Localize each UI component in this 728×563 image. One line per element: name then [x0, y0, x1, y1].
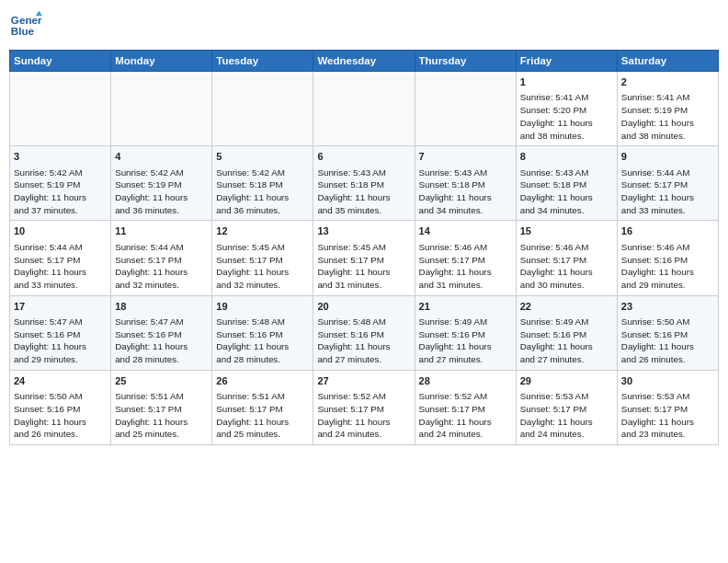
calendar-cell: 15Sunrise: 5:46 AM Sunset: 5:17 PM Dayli… [516, 221, 617, 295]
calendar-cell: 12Sunrise: 5:45 AM Sunset: 5:17 PM Dayli… [212, 221, 313, 295]
day-number: 4 [115, 150, 208, 164]
calendar-cell [212, 72, 313, 146]
calendar-cell: 19Sunrise: 5:48 AM Sunset: 5:16 PM Dayli… [212, 295, 313, 370]
calendar-cell: 16Sunrise: 5:46 AM Sunset: 5:16 PM Dayli… [617, 221, 718, 295]
day-info: Sunrise: 5:51 AM Sunset: 5:17 PM Dayligh… [115, 390, 208, 441]
day-info: Sunrise: 5:45 AM Sunset: 5:17 PM Dayligh… [317, 241, 410, 292]
weekday-header-monday: Monday [111, 51, 212, 72]
calendar-body: 1Sunrise: 5:41 AM Sunset: 5:20 PM Daylig… [10, 72, 719, 445]
day-number: 17 [14, 300, 107, 314]
calendar-cell: 8Sunrise: 5:43 AM Sunset: 5:18 PM Daylig… [516, 146, 617, 221]
day-number: 2 [621, 75, 714, 89]
day-info: Sunrise: 5:48 AM Sunset: 5:16 PM Dayligh… [317, 316, 410, 366]
weekday-header-saturday: Saturday [617, 51, 718, 72]
day-info: Sunrise: 5:43 AM Sunset: 5:18 PM Dayligh… [317, 167, 410, 217]
calendar-cell: 9Sunrise: 5:44 AM Sunset: 5:17 PM Daylig… [617, 146, 718, 221]
day-info: Sunrise: 5:42 AM Sunset: 5:18 PM Dayligh… [216, 167, 309, 217]
calendar-cell: 23Sunrise: 5:50 AM Sunset: 5:16 PM Dayli… [617, 295, 718, 370]
day-info: Sunrise: 5:52 AM Sunset: 5:17 PM Dayligh… [419, 390, 512, 441]
day-info: Sunrise: 5:46 AM Sunset: 5:17 PM Dayligh… [419, 241, 512, 292]
day-number: 26 [216, 374, 309, 388]
day-info: Sunrise: 5:41 AM Sunset: 5:20 PM Dayligh… [520, 91, 613, 142]
calendar-cell: 22Sunrise: 5:49 AM Sunset: 5:16 PM Dayli… [516, 295, 617, 370]
weekday-header-wednesday: Wednesday [313, 51, 415, 72]
calendar-cell: 4Sunrise: 5:42 AM Sunset: 5:19 PM Daylig… [111, 146, 212, 221]
day-info: Sunrise: 5:46 AM Sunset: 5:17 PM Dayligh… [520, 241, 613, 292]
day-number: 5 [216, 150, 309, 164]
calendar-cell: 28Sunrise: 5:52 AM Sunset: 5:17 PM Dayli… [415, 370, 516, 444]
calendar-cell: 24Sunrise: 5:50 AM Sunset: 5:16 PM Dayli… [10, 370, 111, 444]
day-number: 25 [115, 374, 208, 388]
calendar-cell: 5Sunrise: 5:42 AM Sunset: 5:18 PM Daylig… [212, 146, 313, 221]
day-info: Sunrise: 5:52 AM Sunset: 5:17 PM Dayligh… [317, 390, 410, 441]
day-number: 27 [317, 374, 410, 388]
logo: General Blue [9, 9, 42, 42]
day-number: 3 [14, 150, 107, 164]
calendar-week-4: 17Sunrise: 5:47 AM Sunset: 5:16 PM Dayli… [10, 295, 719, 370]
calendar-cell: 3Sunrise: 5:42 AM Sunset: 5:19 PM Daylig… [10, 146, 111, 221]
header: General Blue [9, 9, 719, 42]
day-number: 15 [520, 224, 613, 238]
calendar-cell: 18Sunrise: 5:47 AM Sunset: 5:16 PM Dayli… [111, 295, 212, 370]
day-number: 23 [621, 300, 714, 314]
day-number: 18 [115, 300, 208, 314]
calendar-cell: 29Sunrise: 5:53 AM Sunset: 5:17 PM Dayli… [516, 370, 617, 444]
day-number: 10 [14, 224, 107, 238]
day-info: Sunrise: 5:43 AM Sunset: 5:18 PM Dayligh… [520, 167, 613, 217]
day-info: Sunrise: 5:44 AM Sunset: 5:17 PM Dayligh… [115, 241, 208, 292]
day-info: Sunrise: 5:48 AM Sunset: 5:16 PM Dayligh… [216, 316, 309, 366]
calendar-table: SundayMondayTuesdayWednesdayThursdayFrid… [9, 50, 719, 445]
day-number: 28 [419, 374, 512, 388]
day-number: 9 [621, 150, 714, 164]
day-info: Sunrise: 5:50 AM Sunset: 5:16 PM Dayligh… [621, 316, 714, 366]
calendar-cell: 14Sunrise: 5:46 AM Sunset: 5:17 PM Dayli… [415, 221, 516, 295]
day-info: Sunrise: 5:42 AM Sunset: 5:19 PM Dayligh… [115, 167, 208, 217]
day-info: Sunrise: 5:41 AM Sunset: 5:19 PM Dayligh… [621, 91, 714, 142]
day-number: 8 [520, 150, 613, 164]
calendar-cell: 25Sunrise: 5:51 AM Sunset: 5:17 PM Dayli… [111, 370, 212, 444]
day-number: 19 [216, 300, 309, 314]
day-info: Sunrise: 5:47 AM Sunset: 5:16 PM Dayligh… [115, 316, 208, 366]
calendar-cell: 21Sunrise: 5:49 AM Sunset: 5:16 PM Dayli… [415, 295, 516, 370]
day-number: 21 [419, 300, 512, 314]
day-number: 20 [317, 300, 410, 314]
day-info: Sunrise: 5:53 AM Sunset: 5:17 PM Dayligh… [621, 390, 714, 441]
calendar-cell [415, 72, 516, 146]
day-info: Sunrise: 5:47 AM Sunset: 5:16 PM Dayligh… [14, 316, 107, 366]
calendar-week-2: 3Sunrise: 5:42 AM Sunset: 5:19 PM Daylig… [10, 146, 719, 221]
day-number: 13 [317, 224, 410, 238]
calendar-cell: 6Sunrise: 5:43 AM Sunset: 5:18 PM Daylig… [313, 146, 415, 221]
day-info: Sunrise: 5:51 AM Sunset: 5:17 PM Dayligh… [216, 390, 309, 441]
day-info: Sunrise: 5:49 AM Sunset: 5:16 PM Dayligh… [520, 316, 613, 366]
calendar-cell [313, 72, 415, 146]
calendar-week-5: 24Sunrise: 5:50 AM Sunset: 5:16 PM Dayli… [10, 370, 719, 444]
calendar-cell [10, 72, 111, 146]
weekday-header-tuesday: Tuesday [212, 51, 313, 72]
calendar-cell: 1Sunrise: 5:41 AM Sunset: 5:20 PM Daylig… [516, 72, 617, 146]
weekday-header-sunday: Sunday [10, 51, 111, 72]
calendar-week-1: 1Sunrise: 5:41 AM Sunset: 5:20 PM Daylig… [10, 72, 719, 146]
calendar-cell: 13Sunrise: 5:45 AM Sunset: 5:17 PM Dayli… [313, 221, 415, 295]
weekday-header-thursday: Thursday [415, 51, 516, 72]
svg-text:Blue: Blue [11, 25, 35, 37]
calendar-week-3: 10Sunrise: 5:44 AM Sunset: 5:17 PM Dayli… [10, 221, 719, 295]
day-info: Sunrise: 5:50 AM Sunset: 5:16 PM Dayligh… [14, 390, 107, 441]
day-info: Sunrise: 5:44 AM Sunset: 5:17 PM Dayligh… [14, 241, 107, 292]
weekday-header-friday: Friday [516, 51, 617, 72]
calendar-cell: 17Sunrise: 5:47 AM Sunset: 5:16 PM Dayli… [10, 295, 111, 370]
calendar-cell: 27Sunrise: 5:52 AM Sunset: 5:17 PM Dayli… [313, 370, 415, 444]
calendar-cell: 26Sunrise: 5:51 AM Sunset: 5:17 PM Dayli… [212, 370, 313, 444]
day-info: Sunrise: 5:44 AM Sunset: 5:17 PM Dayligh… [621, 167, 714, 217]
day-info: Sunrise: 5:42 AM Sunset: 5:19 PM Dayligh… [14, 167, 107, 217]
calendar-cell: 2Sunrise: 5:41 AM Sunset: 5:19 PM Daylig… [617, 72, 718, 146]
calendar-cell [111, 72, 212, 146]
day-info: Sunrise: 5:49 AM Sunset: 5:16 PM Dayligh… [419, 316, 512, 366]
day-number: 11 [115, 224, 208, 238]
day-info: Sunrise: 5:53 AM Sunset: 5:17 PM Dayligh… [520, 390, 613, 441]
day-number: 1 [520, 75, 613, 89]
weekday-header-row: SundayMondayTuesdayWednesdayThursdayFrid… [10, 51, 719, 72]
logo-icon: General Blue [9, 9, 42, 42]
calendar-cell: 20Sunrise: 5:48 AM Sunset: 5:16 PM Dayli… [313, 295, 415, 370]
day-info: Sunrise: 5:43 AM Sunset: 5:18 PM Dayligh… [419, 167, 512, 217]
day-number: 12 [216, 224, 309, 238]
